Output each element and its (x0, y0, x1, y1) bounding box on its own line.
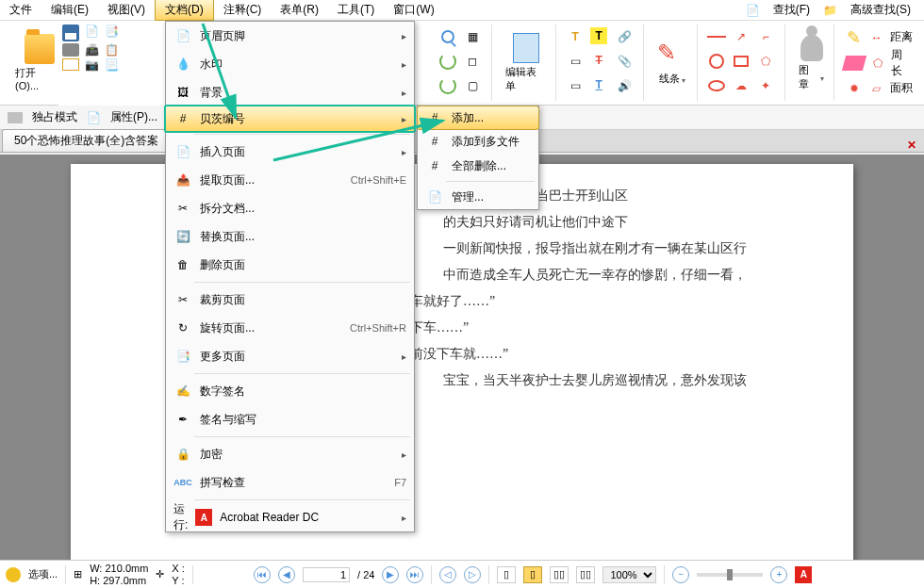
menu-run[interactable]: 运行:AAcrobat Reader DC▸ (166, 503, 414, 531)
menu-extract[interactable]: 📤提取页面...Ctrl+Shift+E (166, 166, 414, 194)
ellipse-icon[interactable] (707, 76, 726, 95)
menu-comment[interactable]: 注释(C) (214, 0, 272, 20)
submenu-delete-all[interactable]: #全部删除... (418, 154, 538, 178)
underline-icon[interactable]: T (590, 76, 607, 93)
menu-tools[interactable]: 工具(T) (328, 0, 384, 20)
highlight-draw-icon[interactable]: ✎ (845, 28, 864, 47)
nav-back[interactable]: ◁ (439, 566, 456, 583)
menu-window[interactable]: 窗口(W) (384, 0, 443, 20)
exclusive-mode[interactable]: 独占模式 (32, 109, 77, 125)
menu-spell[interactable]: ABC拼写检查F7 (166, 468, 414, 497)
nav-first[interactable]: ⏮ (254, 566, 271, 583)
page-width: W: 210.0mm (90, 563, 148, 574)
edit-form-button[interactable]: 编辑表单 (502, 29, 550, 97)
properties-button[interactable]: 属性(P)... (110, 109, 157, 125)
menu-split[interactable]: ✂拆分文档... (166, 194, 414, 222)
page-input[interactable] (303, 567, 350, 582)
refresh2-icon[interactable] (438, 76, 457, 95)
zoom-in-icon[interactable] (438, 27, 457, 46)
lines-button[interactable]: ✎ 线条 (653, 36, 691, 90)
document-tab[interactable]: 50个恐怖推理故事(全)含答案 (2, 129, 171, 152)
menu-encrypt[interactable]: 🔒加密▸ (166, 440, 414, 468)
text-box-icon[interactable]: ▭ (566, 76, 585, 95)
zoom-out[interactable]: − (672, 566, 689, 583)
submenu-add-multi[interactable]: #添加到多文件 (418, 129, 538, 154)
print-icon[interactable] (62, 43, 79, 57)
menu-form[interactable]: 表单(R) (271, 0, 328, 20)
link-icon[interactable]: 🔗 (615, 27, 634, 46)
submenu-manage[interactable]: 📄管理... (418, 185, 538, 209)
zoom-select[interactable]: 100% (602, 566, 656, 583)
select-icon[interactable]: ▦ (463, 27, 482, 46)
strikethrough-icon[interactable]: T (590, 52, 607, 69)
nav-last[interactable]: ⏭ (406, 566, 423, 583)
nav-forward[interactable]: ▷ (464, 566, 481, 583)
view-single[interactable]: ▯ (497, 566, 516, 583)
view-continuous[interactable]: ▯ (523, 566, 542, 583)
find-button[interactable]: 查找(F) (767, 0, 816, 20)
clipboard-icon[interactable]: 📋 (105, 43, 119, 57)
polygon-icon[interactable]: ⬠ (756, 52, 775, 71)
menu-replace[interactable]: 🔄替换页面... (166, 222, 414, 251)
view-two-cont[interactable]: ▯▯ (576, 566, 595, 583)
combine-icon[interactable]: 📑 (105, 24, 119, 41)
menu-background[interactable]: 🖼背景▸ (166, 78, 414, 106)
nav-prev[interactable]: ◀ (278, 566, 295, 583)
options-button[interactable]: 选项... (28, 567, 58, 581)
menu-view[interactable]: 视图(V) (98, 0, 155, 20)
new-icon[interactable]: 📄 (85, 24, 99, 41)
menu-sign[interactable]: ✍数字签名 (166, 377, 414, 405)
menu-header-footer[interactable]: 📄页眉页脚▸ (166, 22, 414, 50)
distance-icon[interactable]: ↔ (867, 28, 886, 47)
text-tool-icon[interactable]: T (566, 27, 585, 46)
zoom-slider[interactable] (697, 573, 763, 577)
menu-edit[interactable]: 编辑(E) (41, 0, 98, 20)
star-icon[interactable]: ✦ (756, 76, 775, 95)
view-two[interactable]: ▯▯ (550, 566, 569, 583)
burst-icon[interactable]: ✹ (845, 79, 864, 98)
menu-bates[interactable]: #贝茨编号▸ (164, 105, 416, 133)
arrow-shape-icon[interactable]: ↗ (732, 27, 751, 46)
menu-more[interactable]: 📑更多页面▸ (166, 342, 414, 370)
perimeter-icon[interactable]: ⬠ (868, 54, 887, 73)
menu-insert-page[interactable]: 📄插入页面▸ (166, 138, 414, 166)
snapshot-icon[interactable]: ▢ (463, 76, 482, 95)
menu-crop[interactable]: ✂裁剪页面 (166, 286, 414, 314)
menu-delete[interactable]: 🗑删除页面 (166, 251, 414, 279)
cloud-icon[interactable]: ☁ (732, 76, 751, 95)
menu-rotate[interactable]: ↻旋转页面...Ctrl+Shift+R (166, 314, 414, 342)
statusbar: 选项... ⊞ W: 210.0mm H: 297.0mm ✛ X : Y : … (0, 560, 924, 588)
menubar: 文件 编辑(E) 视图(V) 文档(D) 注释(C) 表单(R) 工具(T) 窗… (0, 0, 924, 21)
zoom-in[interactable]: + (770, 566, 787, 583)
menu-watermark[interactable]: 💧水印▸ (166, 50, 414, 78)
ocr-icon[interactable]: 📃 (105, 58, 119, 72)
submenu-add[interactable]: #添加... (417, 106, 539, 130)
line-icon[interactable] (707, 27, 726, 46)
nav-next[interactable]: ▶ (382, 566, 399, 583)
refresh-icon[interactable] (438, 52, 457, 71)
polyline-icon[interactable]: ⌐ (756, 27, 775, 46)
eraser-icon[interactable] (842, 56, 866, 71)
rect-icon[interactable] (732, 52, 751, 71)
ruler-icon: ⊞ (74, 568, 82, 580)
tab-close[interactable]: ✕ (899, 139, 924, 152)
adobe-corner-icon[interactable]: A (795, 566, 812, 583)
area-icon[interactable]: ▱ (867, 79, 886, 98)
adobe-icon: A (195, 509, 212, 526)
gear-icon[interactable] (6, 567, 21, 582)
circle-icon[interactable] (707, 52, 726, 71)
mail-icon[interactable] (62, 58, 79, 71)
text-field-icon[interactable]: ▭ (566, 52, 585, 71)
menu-initials[interactable]: ✒签名与缩写 (166, 405, 414, 433)
sound-icon[interactable]: 🔊 (615, 76, 634, 95)
stamp-button[interactable]: 图章 (795, 31, 828, 95)
menu-document[interactable]: 文档(D) (155, 0, 214, 21)
adv-find-button[interactable]: 高级查找(S) (845, 0, 916, 20)
menu-file[interactable]: 文件 (0, 0, 41, 20)
scan-icon[interactable]: 📠 (85, 43, 99, 57)
save-icon[interactable] (62, 24, 79, 41)
camera-icon[interactable]: 📷 (85, 58, 99, 72)
attachment-icon[interactable]: 📎 (615, 52, 634, 71)
select-rect-icon[interactable]: ◻ (463, 52, 482, 71)
highlight-icon[interactable]: T (590, 27, 607, 44)
